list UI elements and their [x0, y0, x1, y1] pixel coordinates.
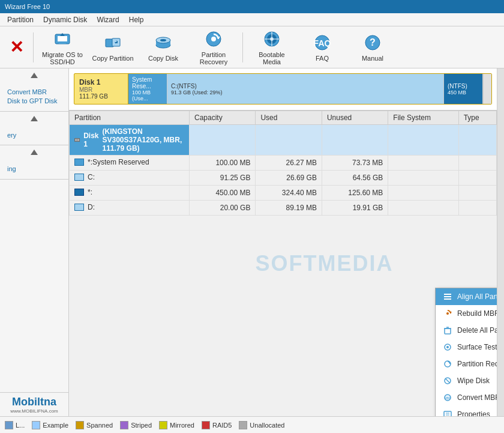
- delete-all-label: Delete All Partitions: [457, 326, 497, 335]
- legend-swatch-spanned: [76, 421, 84, 429]
- disk-header-detail: (KINGSTON SV300S37A120G, MBR, 111.79 GB): [103, 127, 184, 153]
- part-type-1: [458, 156, 496, 171]
- align-all-label: Align All Partitions: [457, 292, 497, 301]
- migrate-os-button[interactable]: Migrate OS to SSD/HD: [38, 29, 86, 65]
- disk-type: MBR: [79, 86, 123, 93]
- svg-marker-24: [31, 116, 38, 121]
- disk-scroll[interactable]: [483, 74, 491, 104]
- part-fs-1: [388, 156, 458, 171]
- svg-point-38: [446, 346, 449, 348]
- brand-url: www.MOBILIFNA.com: [10, 408, 58, 414]
- sidebar-item-ery[interactable]: ery: [0, 129, 68, 142]
- part-used-2: 26.69 GB: [256, 171, 322, 186]
- manual-label: Manual: [362, 55, 383, 62]
- context-partition-recovery-label: Partition Recovery: [457, 360, 497, 368]
- sidebar-scroll-up[interactable]: [0, 68, 68, 83]
- faq-button[interactable]: FAQ FAQ: [298, 29, 346, 65]
- legend-label-example: Example: [43, 422, 68, 429]
- copy-disk-button[interactable]: Copy Disk: [139, 29, 187, 65]
- part-name-4: D:: [70, 201, 190, 216]
- sidebar-scroll-bottom[interactable]: [0, 145, 68, 160]
- menu-partition[interactable]: Partition: [2, 14, 38, 25]
- separator-1: [33, 32, 34, 62]
- sidebar-item-ing[interactable]: ing: [0, 162, 68, 176]
- legend-swatch-striped: [120, 421, 128, 429]
- part-name-1: *:System Reserved: [70, 156, 190, 171]
- table-row[interactable]: D: 20.00 GB 89.19 MB 19.91 GB: [70, 201, 497, 216]
- toolbar: ✕ Migrate OS to SSD/HD Copy Partition: [0, 26, 504, 68]
- bootable-media-button[interactable]: Bootable Media: [248, 29, 296, 65]
- partition-table: Partition Capacity Used Unused File Syst…: [69, 111, 497, 216]
- table-disk-header-row[interactable]: Disk 1 (KINGSTON SV300S37A120G, MBR, 111…: [70, 125, 497, 156]
- menu-wizard[interactable]: Wizard: [92, 14, 124, 25]
- legend-spanned: Spanned: [76, 421, 113, 429]
- legend-mirrored: Mirrored: [159, 421, 194, 429]
- table-row[interactable]: *:System Reserved 100.00 MB 26.27 MB 73.…: [70, 156, 497, 171]
- partition-table-container: SOFTMEDIA Partition Capacity Used Unused…: [69, 111, 497, 416]
- svg-rect-29: [444, 294, 451, 295]
- context-menu-item-delete-all[interactable]: Delete All Partitions: [436, 322, 497, 339]
- part-unused-4: 19.91 GB: [322, 201, 388, 216]
- delete-icon: [443, 326, 452, 335]
- table-row[interactable]: C: 91.25 GB 26.69 GB 64.56 GB: [70, 171, 497, 186]
- legend-logical: L...: [5, 421, 25, 429]
- menu-help[interactable]: Help: [124, 14, 149, 25]
- migrate-os-icon: [53, 29, 72, 49]
- col-used: Used: [256, 111, 322, 125]
- partition-recovery-button[interactable]: Partition Recovery: [190, 29, 238, 65]
- title-text: Wizard Free 10: [5, 3, 50, 10]
- discard-button[interactable]: ✕: [5, 37, 28, 57]
- part-fs-2: [388, 171, 458, 186]
- svg-point-33: [446, 312, 449, 315]
- svg-rect-30: [444, 296, 451, 297]
- disk-part-c[interactable]: C:(NTFS) 91.3 GB (Used: 29%): [167, 74, 444, 104]
- legend-swatch-logical: [5, 421, 13, 429]
- properties-icon: [443, 410, 452, 416]
- vertical-scrollbar[interactable]: [497, 68, 504, 416]
- part-name-2: C:: [70, 171, 190, 186]
- recovery-icon: [443, 359, 452, 369]
- context-menu-item-properties[interactable]: Properties: [436, 406, 497, 416]
- legend-swatch-raid5: [202, 421, 210, 429]
- col-unused: Unused: [322, 111, 388, 125]
- col-type: Type: [458, 111, 496, 125]
- context-menu-item-align-all[interactable]: Align All Partitions: [436, 288, 497, 305]
- part-unused-2: 64.56 GB: [322, 171, 388, 186]
- legend-swatch-example: [32, 421, 40, 429]
- convert-mbr-label: Convert MBR Disk to GPT Disk: [457, 393, 497, 402]
- svg-marker-32: [449, 312, 452, 313]
- svg-marker-23: [31, 73, 38, 78]
- legend-label-mirrored: Mirrored: [170, 422, 194, 429]
- context-menu-item-rebuild-mbr[interactable]: Rebuild MBR: [436, 305, 497, 322]
- svg-text:?: ?: [370, 37, 376, 47]
- disk-part-system[interactable]: System Rese... 100 MB (Use...: [128, 74, 167, 104]
- table-row[interactable]: *: 450.00 MB 324.40 MB 125.60 MB: [70, 186, 497, 201]
- part-unused-1: 73.73 MB: [322, 156, 388, 171]
- bootable-media-label: Bootable Media: [250, 51, 293, 65]
- context-menu-item-partition-recovery[interactable]: Partition Recovery: [436, 356, 497, 372]
- sidebar-section-operations: Convert MBRDisk to GPT Disk: [0, 83, 68, 112]
- sidebar-item-convert[interactable]: Convert MBRDisk to GPT Disk: [0, 85, 68, 109]
- disk-part-ntfs[interactable]: (NTFS) 450 MB: [444, 74, 483, 104]
- copy-partition-button[interactable]: Copy Partition: [89, 29, 137, 65]
- faq-label: FAQ: [316, 55, 329, 62]
- manual-button[interactable]: ? Manual: [349, 29, 397, 65]
- copy-partition-icon: [103, 33, 122, 52]
- legend-example: Example: [32, 421, 68, 429]
- wipe-icon: [443, 376, 452, 386]
- properties-label: Properties: [457, 410, 490, 416]
- context-menu-item-surface-test[interactable]: Surface Test: [436, 339, 497, 356]
- menu-dynamic-disk[interactable]: Dynamic Disk: [38, 14, 92, 25]
- context-menu-item-convert-mbr[interactable]: MBR Convert MBR Disk to GPT Disk: [436, 389, 497, 406]
- context-menu-item-wipe-disk[interactable]: Wipe Disk: [436, 372, 497, 389]
- legend-label-logical: L...: [16, 422, 25, 429]
- sidebar-scroll-mid[interactable]: [0, 112, 68, 126]
- svg-rect-31: [444, 298, 451, 300]
- part-cap-3: 450.00 MB: [190, 186, 256, 201]
- watermark: SOFTMEDIA: [256, 251, 394, 276]
- part-used-4: 89.19 MB: [256, 201, 322, 216]
- manual-icon: ?: [363, 33, 382, 52]
- svg-point-10: [160, 39, 166, 41]
- svg-point-28: [77, 139, 78, 141]
- menu-bar: Partition Dynamic Disk Wizard Help: [0, 13, 504, 26]
